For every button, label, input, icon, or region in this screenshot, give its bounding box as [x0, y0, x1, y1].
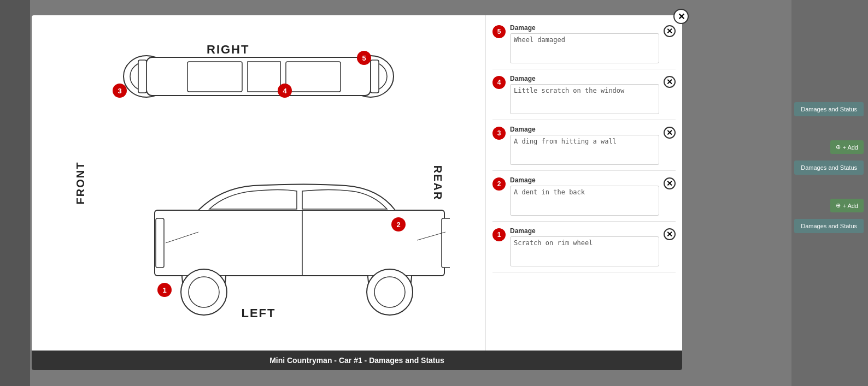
- damage-number-2: 2: [492, 177, 506, 191]
- svg-rect-16: [156, 218, 164, 268]
- damage-badge-2[interactable]: 2: [391, 217, 406, 231]
- damage-text-4[interactable]: Little scratch on the window: [510, 84, 659, 114]
- damage-badge-4[interactable]: 4: [278, 84, 292, 98]
- damage-number-3: 3: [492, 127, 506, 140]
- modal-footer-text: Mini Countryman - Car #1 - Damages and S…: [269, 356, 444, 365]
- svg-rect-9: [286, 62, 341, 92]
- svg-point-15: [374, 277, 405, 307]
- damage-remove-1[interactable]: ✕: [664, 228, 676, 240]
- damage-text-5[interactable]: Wheel damaged: [510, 33, 659, 63]
- damage-remove-4[interactable]: ✕: [664, 76, 676, 88]
- damage-badge-1[interactable]: 1: [157, 283, 172, 297]
- damage-item-4: 4 Damage Little scratch on the window ✕: [492, 72, 676, 120]
- damage-badge-3[interactable]: 3: [113, 84, 127, 98]
- svg-rect-5: [138, 60, 146, 93]
- damage-remove-2[interactable]: ✕: [664, 177, 676, 189]
- car-diagram: RIGHT LEFT FRONT REAR: [32, 15, 485, 351]
- damage-label-4: Damage: [510, 75, 659, 82]
- car-svg-top: [67, 30, 450, 336]
- damage-number-5: 5: [492, 25, 506, 38]
- svg-rect-6: [371, 60, 379, 93]
- add-button-2[interactable]: ⊕ + Add: [830, 199, 864, 212]
- svg-rect-8: [248, 62, 280, 92]
- damages-status-button-1[interactable]: Damages and Status: [794, 102, 864, 116]
- modal: ✕ RIGHT LEFT FRONT REAR: [32, 15, 682, 370]
- damage-label-1: Damage: [510, 227, 659, 235]
- damage-item-1: 1 Damage Scratch on rim wheel ✕: [492, 224, 676, 272]
- svg-rect-7: [187, 62, 242, 92]
- damage-label-5: Damage: [510, 24, 659, 32]
- modal-close-button[interactable]: ✕: [673, 9, 689, 24]
- damage-badge-5[interactable]: 5: [357, 51, 371, 65]
- damage-label-3: Damage: [510, 126, 659, 133]
- damage-number-4: 4: [492, 76, 506, 89]
- damages-status-button-3[interactable]: Damages and Status: [794, 219, 864, 233]
- damage-remove-3[interactable]: ✕: [664, 127, 676, 139]
- damage-number-1: 1: [492, 228, 506, 241]
- plus-icon-2: ⊕: [836, 202, 841, 209]
- damage-item-2: 2 Damage A dent in the back ✕: [492, 173, 676, 222]
- damage-item-5: 5 Damage Wheel damaged ✕: [492, 21, 676, 69]
- svg-point-13: [189, 277, 219, 307]
- add-button-1[interactable]: ⊕ + Add: [830, 140, 864, 154]
- damage-label-2: Damage: [510, 176, 659, 184]
- damage-text-2[interactable]: A dent in the back: [510, 186, 659, 216]
- damage-remove-5[interactable]: ✕: [664, 25, 676, 37]
- damage-text-3[interactable]: A ding from hitting a wall: [510, 135, 659, 165]
- damages-status-button-2[interactable]: Damages and Status: [794, 161, 864, 175]
- damage-list: 5 Damage Wheel damaged ✕ 4 Damage Little…: [485, 15, 682, 351]
- svg-rect-17: [442, 218, 450, 268]
- modal-footer: Mini Countryman - Car #1 - Damages and S…: [32, 351, 682, 370]
- plus-icon: ⊕: [836, 144, 841, 151]
- damage-text-1[interactable]: Scratch on rim wheel: [510, 236, 659, 266]
- damage-item-3: 3 Damage A ding from hitting a wall ✕: [492, 122, 676, 171]
